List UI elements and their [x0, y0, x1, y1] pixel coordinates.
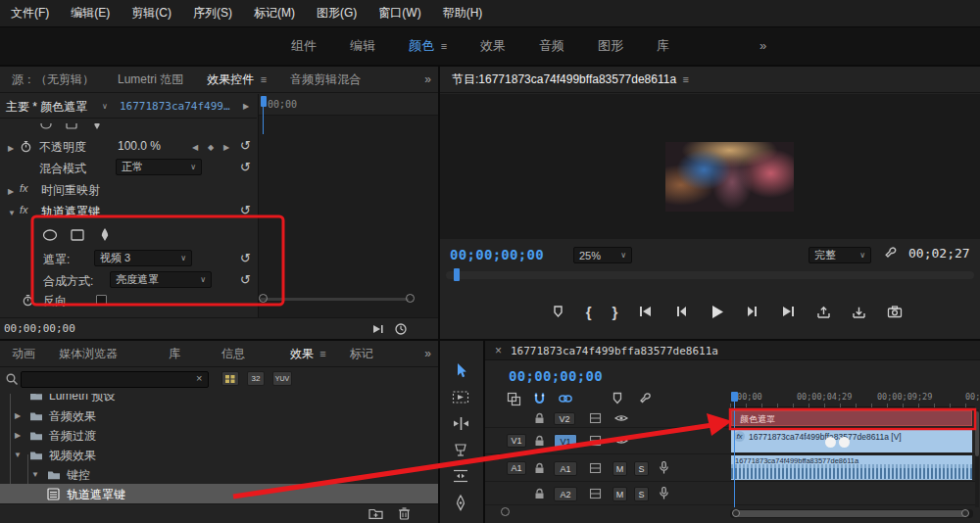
- delete-icon[interactable]: [398, 506, 411, 520]
- sync-lock-icon[interactable]: [589, 488, 602, 499]
- chevron-down-icon[interactable]: ▼: [8, 209, 16, 217]
- vertical-scrollbar[interactable]: [975, 409, 979, 507]
- lane-v1[interactable]: fx 16771873ca74f499bffa83577de8611a [V]: [730, 428, 975, 454]
- chevron-right-icon[interactable]: ▶: [8, 187, 14, 196]
- zoom-scrollbar[interactable]: [260, 298, 409, 301]
- horizontal-scrollbar[interactable]: [730, 509, 973, 518]
- invert-checkbox[interactable]: [96, 295, 107, 306]
- solo-button[interactable]: S: [634, 487, 649, 501]
- new-bin-icon[interactable]: [368, 507, 383, 519]
- pen-tool[interactable]: [454, 495, 467, 511]
- panel-menu-icon[interactable]: ≡: [319, 348, 325, 359]
- panel-menu-icon[interactable]: ≡: [441, 40, 447, 52]
- mark-in-button[interactable]: {: [586, 304, 592, 320]
- accelerated-effects-icon[interactable]: [221, 371, 239, 386]
- zoom-handle-left[interactable]: [732, 509, 740, 517]
- sync-lock-icon[interactable]: [589, 462, 602, 474]
- program-timecode[interactable]: 00;00;00;00: [450, 247, 544, 262]
- linked-selection-icon[interactable]: [558, 392, 573, 405]
- yuv-badge[interactable]: YUV: [272, 371, 292, 386]
- workspace-tab-audio[interactable]: 音频: [522, 27, 581, 65]
- track-target-a1[interactable]: A1: [554, 461, 577, 476]
- clip-video[interactable]: fx 16771873ca74f499bffa83577de8611a [V]: [731, 429, 972, 452]
- workspace-tab-editing[interactable]: 编辑: [333, 27, 392, 65]
- search-input[interactable]: [21, 371, 209, 388]
- mask-rect-icon[interactable]: [65, 123, 78, 131]
- mask-ellipse-icon[interactable]: [39, 123, 53, 131]
- workspace-tab-effects[interactable]: 效果: [464, 27, 522, 65]
- selection-tool[interactable]: [454, 362, 469, 379]
- tab-project[interactable]: 动画: [0, 346, 47, 362]
- effect-timeline-ruler[interactable]: 00;00: [259, 94, 438, 116]
- fx-badge-icon[interactable]: fx: [734, 431, 745, 442]
- chevron-down-icon[interactable]: ▼: [31, 470, 39, 479]
- mute-button[interactable]: M: [612, 461, 627, 476]
- mask-rect-icon[interactable]: [69, 226, 86, 244]
- reset-icon[interactable]: ↺: [240, 204, 251, 216]
- settings-wrench-icon[interactable]: [883, 246, 899, 262]
- toggle-effects-icon[interactable]: [394, 322, 408, 336]
- extract-button[interactable]: [852, 305, 866, 319]
- tree-item-track-matte-key[interactable]: 轨道遮罩键: [0, 484, 438, 503]
- tree-item-lumetri-presets[interactable]: Lumetri 预设: [0, 394, 438, 405]
- solo-button[interactable]: S: [634, 461, 649, 476]
- master-clip-label[interactable]: 主要 * 颜色遮罩: [6, 99, 87, 116]
- time-remap-label[interactable]: 时间重映射: [41, 182, 100, 199]
- mark-out-button[interactable]: }: [612, 304, 618, 320]
- workspace-overflow-button[interactable]: »: [743, 27, 783, 65]
- source-patch-a1[interactable]: A1: [507, 461, 526, 475]
- tab-lumetri-scopes[interactable]: Lumetri 范围: [106, 71, 195, 88]
- tree-item-keying[interactable]: ▼ 键控: [0, 464, 438, 484]
- timeline-settings-icon[interactable]: [638, 392, 653, 406]
- track-matte-key-label[interactable]: 轨道遮罩键: [41, 204, 100, 220]
- timeline-tab-title[interactable]: 16771873ca74f499bffa83577de8611a: [511, 345, 718, 357]
- tab-program-monitor[interactable]: 节目:16771873ca74f499bffa83577de8611a ≡: [440, 71, 701, 88]
- search-clear-icon[interactable]: ×: [196, 372, 202, 384]
- zoom-handle-right[interactable]: [406, 294, 415, 303]
- zoom-handle-left[interactable]: [259, 294, 268, 303]
- lane-a2[interactable]: [730, 482, 975, 505]
- reset-icon[interactable]: ↺: [240, 252, 251, 264]
- vertical-zoom-handle[interactable]: [501, 507, 510, 516]
- tab-libraries[interactable]: 库: [157, 346, 210, 362]
- chevron-down-icon[interactable]: ∨: [102, 102, 108, 111]
- chevron-right-icon[interactable]: ▶: [15, 411, 21, 420]
- mask-pen-icon[interactable]: [90, 123, 104, 131]
- menu-file[interactable]: 文件(F): [0, 5, 60, 22]
- playhead-marker[interactable]: [731, 392, 738, 402]
- chevron-down-icon[interactable]: ▼: [14, 451, 22, 459]
- menu-clip[interactable]: 剪辑(C): [121, 5, 182, 22]
- tab-overflow-button[interactable]: »: [421, 341, 434, 367]
- snap-toggle-icon[interactable]: [532, 392, 547, 406]
- step-forward-button[interactable]: [746, 305, 760, 318]
- mask-pen-icon[interactable]: [96, 226, 114, 244]
- nest-toggle-icon[interactable]: [507, 392, 521, 406]
- 32bit-badge[interactable]: 32: [247, 371, 265, 386]
- track-select-forward-tool[interactable]: [452, 390, 469, 404]
- opacity-value[interactable]: 100.0 %: [118, 139, 161, 153]
- eye-icon[interactable]: [614, 413, 628, 423]
- mute-button[interactable]: M: [612, 487, 627, 501]
- zoom-handle-right[interactable]: [961, 509, 969, 517]
- workspace-tab-assembly[interactable]: 组件: [274, 27, 333, 65]
- tree-item-audio-transitions[interactable]: ▶ 音频过渡: [0, 425, 438, 445]
- tab-effects[interactable]: 效果 ≡: [278, 346, 338, 362]
- reset-icon[interactable]: ↺: [240, 139, 251, 152]
- composite-select[interactable]: 亮度遮罩 ∨: [110, 271, 212, 288]
- playback-resolution-select[interactable]: 完整 ∨: [808, 247, 871, 263]
- keyframe-add-icon[interactable]: ◆: [208, 143, 214, 152]
- timeline-timecode[interactable]: 00;00;00;00: [509, 368, 603, 384]
- chevron-right-icon[interactable]: ▶: [15, 431, 21, 440]
- workspace-tab-graphics[interactable]: 图形: [581, 27, 640, 65]
- menu-marker[interactable]: 标记(M): [243, 5, 306, 22]
- slip-tool[interactable]: [452, 469, 469, 483]
- playhead-marker[interactable]: [261, 96, 267, 107]
- workspace-tab-libraries[interactable]: 库: [640, 27, 686, 65]
- lock-icon[interactable]: [534, 488, 545, 499]
- export-frame-button[interactable]: [887, 305, 903, 318]
- clip-color-matte[interactable]: 颜色遮罩: [731, 410, 972, 426]
- tab-source-monitor[interactable]: 源：（无剪辑）: [0, 71, 106, 88]
- program-scrubber[interactable]: [446, 271, 974, 279]
- add-marker-icon[interactable]: [611, 392, 624, 405]
- zoom-select[interactable]: 25% ∨: [573, 247, 632, 263]
